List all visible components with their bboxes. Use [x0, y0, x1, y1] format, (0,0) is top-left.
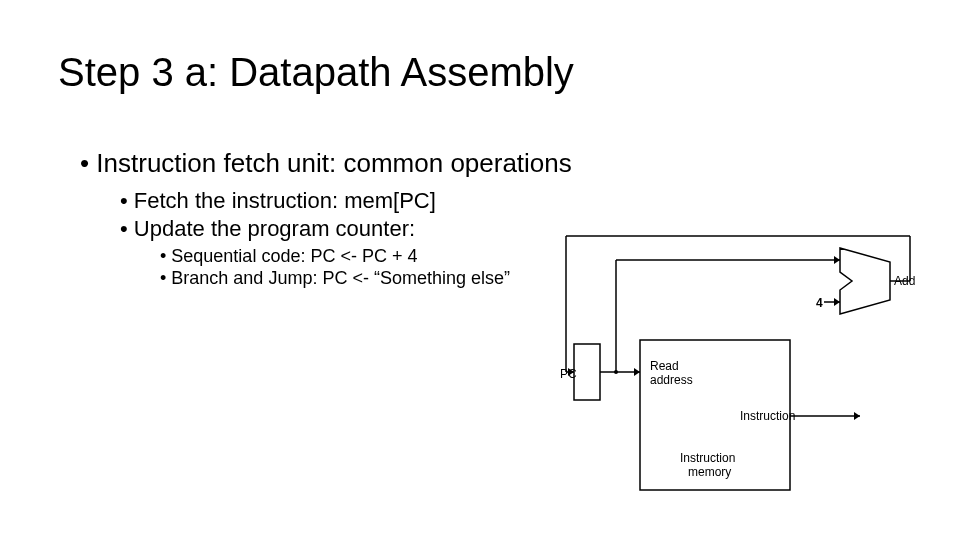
read-address-label-1: Read — [650, 359, 679, 373]
bullet-level2-update: Update the program counter: — [120, 216, 415, 242]
adder-shape — [840, 248, 890, 314]
imem-label-1: Instruction — [680, 451, 735, 465]
slide-title: Step 3 a: Datapath Assembly — [58, 50, 574, 95]
read-address-label-2: address — [650, 373, 693, 387]
wire-junction — [614, 370, 618, 374]
imem-label-2: memory — [688, 465, 731, 479]
arrowhead-instruction — [854, 412, 860, 420]
bullet-level2-fetch: Fetch the instruction: mem[PC] — [120, 188, 436, 214]
pc-register-box — [574, 344, 600, 400]
bullet-level3-branch: Branch and Jump: PC <- “Something else” — [160, 268, 510, 289]
constant-four-label: 4 — [816, 296, 823, 310]
bullet-level1: Instruction fetch unit: common operation… — [80, 148, 572, 179]
instruction-out-label: Instruction — [740, 409, 795, 423]
datapath-diagram: PC Read address Instruction Instruction … — [560, 230, 940, 510]
bullet-level3-sequential: Sequential code: PC <- PC + 4 — [160, 246, 417, 267]
arrowhead-four — [834, 298, 840, 306]
arrowhead-adder-top — [834, 256, 840, 264]
arrowhead-imem — [634, 368, 640, 376]
